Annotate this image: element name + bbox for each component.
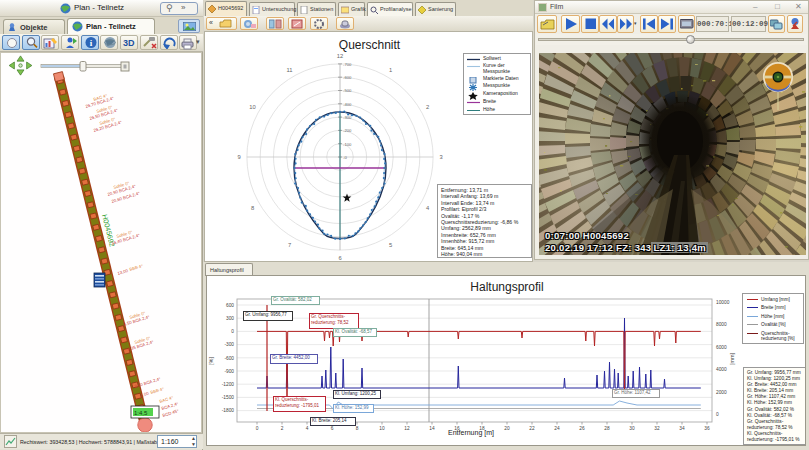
svg-text:2: 2 [281,426,284,431]
svg-text:3: 3 [439,154,442,160]
svg-text:4000: 4000 [716,367,727,372]
svg-text:8: 8 [251,205,254,211]
svg-text:6: 6 [338,255,341,261]
svg-text:34: 34 [679,426,685,431]
svg-text:6000: 6000 [716,345,727,350]
svg-text:26: 26 [579,426,585,431]
svg-text:-100: -100 [343,142,352,147]
svg-text:4: 4 [426,205,430,211]
svg-text:-900: -900 [224,369,234,374]
svg-text:-300: -300 [224,342,234,347]
svg-text:0: 0 [256,426,259,431]
svg-text:-600: -600 [224,356,234,361]
svg-text:Entfernung [m]: Entfernung [m] [448,429,494,437]
svg-text:-400: -400 [343,102,352,107]
svg-text:11: 11 [286,67,292,73]
svg-text:-700: -700 [343,62,352,67]
svg-text:-1500: -1500 [222,395,235,400]
svg-text:13,00: 13,00 [117,268,129,276]
svg-text:28: 28 [604,426,610,431]
svg-text:6: 6 [331,426,334,431]
svg-text:600: 600 [226,303,234,308]
svg-text:-200: -200 [343,128,352,133]
svg-text:30: 30 [629,426,635,431]
svg-text:22: 22 [529,426,535,431]
svg-text:-600: -600 [343,75,352,80]
svg-text:8000: 8000 [716,322,727,327]
svg-text:12: 12 [337,53,343,59]
svg-text:[%]: [%] [208,357,214,365]
svg-text:20: 20 [504,426,510,431]
svg-text:14: 14 [429,426,435,431]
svg-text:[mm]: [mm] [729,352,735,365]
svg-text:2000: 2000 [716,390,727,395]
svg-text:0: 0 [716,412,719,417]
svg-text:24: 24 [554,426,560,431]
svg-text:300: 300 [226,316,234,321]
svg-text:10: 10 [379,426,385,431]
svg-text:1:4,5: 1:4,5 [134,410,148,416]
svg-text:36: 36 [704,426,710,431]
svg-text:7: 7 [288,242,291,248]
svg-text:BBB 4°: BBB 4° [129,263,144,272]
svg-text:2: 2 [426,104,429,110]
svg-text:-1200: -1200 [222,382,235,387]
svg-text:5: 5 [389,242,392,248]
svg-text:12: 12 [404,426,410,431]
svg-text:-1800: -1800 [222,408,235,413]
svg-text:10: 10 [249,104,255,110]
svg-text:BBB 4°: BBB 4° [150,386,165,395]
svg-text:4: 4 [306,426,309,431]
svg-text:-300: -300 [343,115,352,120]
svg-text:32: 32 [654,426,660,431]
svg-text:9: 9 [237,154,240,160]
svg-text:10000: 10000 [716,300,730,305]
svg-text:1: 1 [389,67,392,73]
svg-text:0: 0 [231,329,234,334]
svg-text:8: 8 [356,426,359,431]
svg-text:-500: -500 [343,88,352,93]
